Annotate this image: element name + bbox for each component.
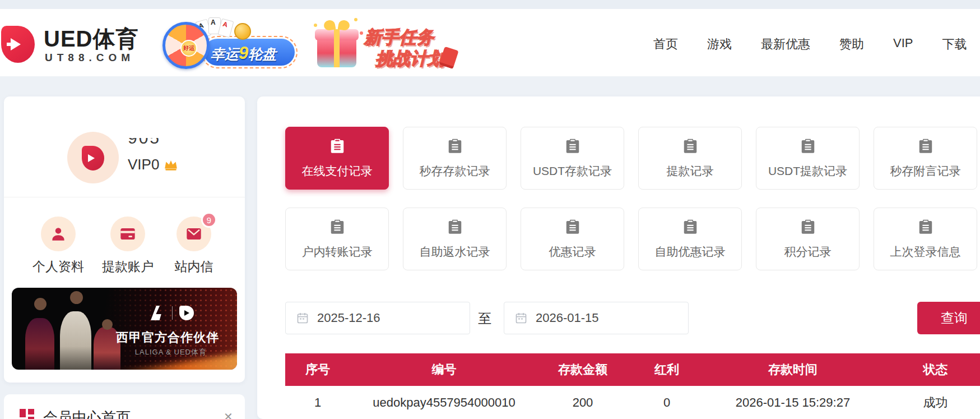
site-logo[interactable]: UED体育 UT88.COM — [1, 17, 158, 68]
vip-level: VIP0 — [128, 156, 178, 173]
date-from-input[interactable]: 2025-12-16 — [285, 302, 470, 334]
username-clipped: 905 — [128, 138, 223, 148]
col-header-order-id: 编号 — [350, 353, 538, 386]
col-header-deposit-amount: 存款金额 — [538, 353, 628, 386]
calendar-icon — [296, 311, 309, 325]
partner-title: 西甲官方合作伙伴 — [116, 329, 219, 346]
user-icon — [50, 225, 67, 242]
tab-self-promotion-records[interactable]: 自助优惠记录 — [638, 208, 742, 270]
header: UED体育 UT88.COM A A A 好运 幸运9轮盘 新手任务 挑战计划 … — [0, 9, 980, 76]
tab-online-payment-records[interactable]: 在线支付记录 — [285, 127, 389, 190]
clipboard-icon — [917, 137, 934, 156]
clipboard-icon — [682, 137, 699, 156]
clipboard-icon — [564, 137, 581, 156]
nav-item-sponsorship[interactable]: 赞助 — [839, 36, 864, 53]
date-to-input[interactable]: 2026-01-15 — [504, 302, 689, 334]
date-to-value: 2026-01-15 — [536, 311, 599, 325]
tab-withdrawal-records[interactable]: 提款记录 — [638, 127, 742, 190]
sidebar-member-home-card[interactable]: 会员中心首页 ✕ — [4, 394, 245, 419]
sidebar-profile-card: 905 VIP0 个人资料 提款账户 — [4, 96, 245, 383]
clipboard-icon — [917, 218, 934, 237]
brand-name: UED体育 — [44, 24, 138, 54]
brand-avatar-icon — [82, 146, 104, 171]
lucky-wheel-promo-banner[interactable]: A A A 好运 幸运9轮盘 — [157, 17, 298, 69]
cell-order-id: uedokpay4557954000010 — [350, 386, 538, 419]
sidebar-item-messages[interactable]: 9 站内信 — [160, 217, 227, 275]
bank-card-icon — [119, 225, 137, 243]
nav-item-promotions[interactable]: 最新优惠 — [761, 36, 810, 53]
clipboard-icon — [564, 218, 581, 237]
tab-self-rebate-records[interactable]: 自助返水记录 — [403, 208, 507, 270]
main-nav: 首页 游戏 最新优惠 赞助 VIP 下载 — [653, 36, 967, 53]
laliga-partner-banner[interactable]: 西甲官方合作伙伴 LALIGA & UED体育 — [12, 288, 237, 370]
table-header-row: 序号 编号 存款金额 红利 存款时间 状态 — [285, 353, 980, 386]
query-button[interactable]: 查询 — [917, 302, 980, 334]
tab-usdt-withdrawal-records[interactable]: USDT提款记录 — [756, 127, 860, 190]
col-header-bonus: 红利 — [628, 353, 706, 386]
nav-item-games[interactable]: 游戏 — [707, 36, 732, 53]
clipboard-icon — [329, 137, 346, 156]
tab-quick-deposit-note-records[interactable]: 秒存附言记录 — [874, 127, 977, 190]
clipboard-icon — [682, 218, 699, 237]
brand-domain: UT88.COM — [45, 52, 134, 64]
calendar-icon — [514, 311, 528, 325]
ued-logo-icon — [179, 306, 194, 320]
lucky-wheel-icon: 好运 — [162, 22, 210, 69]
gold-coin-icon — [234, 23, 251, 40]
records-panel: 在线支付记录 秒存存款记录 USDT存款记录 提款记录 USDT提款记录 秒存附… — [257, 96, 980, 419]
cell-status: 成功 — [880, 386, 980, 419]
nav-item-download[interactable]: 下载 — [942, 36, 967, 53]
tab-promotion-records[interactable]: 优惠记录 — [521, 208, 624, 270]
avatar — [67, 132, 119, 183]
laliga-logo-icon — [151, 306, 165, 320]
wheel-promo-text: 幸运9轮盘 — [211, 43, 276, 63]
tab-last-login-info[interactable]: 上次登录信息 — [874, 208, 977, 270]
date-from-value: 2025-12-16 — [317, 311, 380, 325]
cell-deposit-amount: 200 — [538, 386, 628, 419]
tab-points-records[interactable]: 积分记录 — [756, 208, 860, 270]
newbie-task-promo-banner[interactable]: 新手任务 挑战计划 — [312, 16, 474, 72]
mail-icon — [185, 225, 203, 243]
crown-icon — [164, 159, 178, 171]
newbie-promo-line2: 挑战计划 — [375, 47, 445, 71]
clipboard-icon — [800, 218, 816, 237]
tab-usdt-deposit-records[interactable]: USDT存款记录 — [521, 127, 624, 190]
table-row: 1 uedokpay4557954000010 200 0 2026-01-15… — [285, 386, 980, 419]
records-table: 序号 编号 存款金额 红利 存款时间 状态 1 uedokpay45579540… — [285, 353, 980, 419]
divider — [4, 197, 245, 197]
close-icon[interactable]: ✕ — [224, 410, 233, 419]
tab-quick-deposit-records[interactable]: 秒存存款记录 — [403, 127, 507, 190]
col-header-status: 状态 — [880, 353, 980, 386]
clipboard-icon — [329, 218, 346, 237]
nav-item-home[interactable]: 首页 — [653, 36, 678, 53]
sidebar-item-withdrawal-account[interactable]: 提款账户 — [94, 217, 161, 275]
cell-index: 1 — [285, 386, 350, 419]
col-header-deposit-time: 存款时间 — [706, 353, 880, 386]
unread-badge: 9 — [201, 212, 217, 228]
brand-icon — [1, 26, 35, 63]
tab-internal-transfer-records[interactable]: 户内转账记录 — [285, 208, 389, 270]
col-header-index: 序号 — [285, 353, 350, 386]
cell-deposit-time: 2026-01-15 15:29:27 — [706, 386, 880, 419]
date-range-to-label: 至 — [478, 310, 491, 328]
top-strip — [0, 0, 980, 9]
cell-bonus: 0 — [628, 386, 706, 419]
partner-subtitle: LALIGA & UED体育 — [135, 347, 207, 357]
newbie-promo-line1: 新手任务 — [364, 26, 434, 49]
clipboard-icon — [800, 137, 816, 156]
member-home-label: 会员中心首页 — [43, 408, 131, 419]
clipboard-icon — [447, 218, 463, 237]
clipboard-icon — [447, 137, 463, 156]
grid-icon — [20, 409, 34, 419]
sidebar-item-profile[interactable]: 个人资料 — [25, 217, 92, 275]
gift-box-icon — [315, 20, 359, 68]
nav-item-vip[interactable]: VIP — [893, 36, 913, 53]
